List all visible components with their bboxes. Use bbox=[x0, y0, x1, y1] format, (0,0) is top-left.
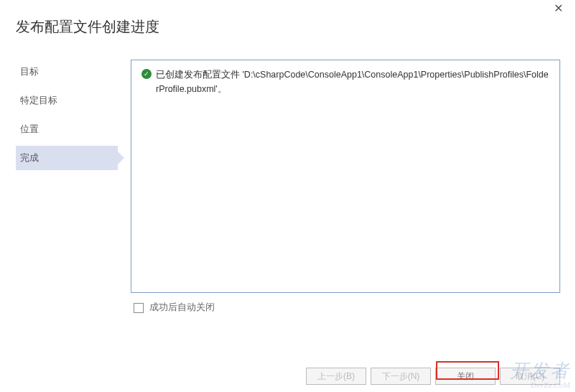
auto-close-row[interactable]: 成功后自动关闭 bbox=[134, 302, 560, 314]
cancel-button: 取消(C) bbox=[500, 368, 560, 385]
sidebar-item-location[interactable]: 位置 bbox=[16, 117, 118, 141]
close-button[interactable]: 关闭 bbox=[435, 368, 496, 385]
sidebar-item-specific-target[interactable]: 特定目标 bbox=[16, 88, 118, 113]
log-message: 已创建发布配置文件 'D:\cSharpCode\ConsoleApp1\Con… bbox=[156, 67, 549, 96]
wizard-sidebar: 目标 特定目标 位置 完成 bbox=[16, 60, 118, 314]
progress-log: ✓ 已创建发布配置文件 'D:\cSharpCode\ConsoleApp1\C… bbox=[131, 60, 560, 293]
log-entry: ✓ 已创建发布配置文件 'D:\cSharpCode\ConsoleApp1\C… bbox=[141, 67, 549, 96]
dialog-footer: 上一步(B) 下一步(N) 关闭 取消(C) bbox=[306, 368, 560, 385]
back-button: 上一步(B) bbox=[306, 368, 366, 385]
sidebar-item-label: 目标 bbox=[20, 66, 39, 77]
sidebar-item-finish[interactable]: 完成 bbox=[16, 146, 118, 170]
success-icon: ✓ bbox=[141, 69, 152, 79]
sidebar-item-label: 特定目标 bbox=[20, 95, 57, 106]
sidebar-item-target[interactable]: 目标 bbox=[16, 60, 118, 84]
sidebar-item-label: 位置 bbox=[20, 123, 39, 134]
close-icon[interactable]: ✕ bbox=[554, 1, 563, 15]
auto-close-checkbox[interactable] bbox=[134, 303, 144, 313]
dialog-title: 发布配置文件创建进度 bbox=[0, 0, 576, 37]
auto-close-label: 成功后自动关闭 bbox=[149, 302, 215, 314]
next-button: 下一步(N) bbox=[371, 368, 431, 385]
sidebar-item-label: 完成 bbox=[20, 152, 39, 163]
